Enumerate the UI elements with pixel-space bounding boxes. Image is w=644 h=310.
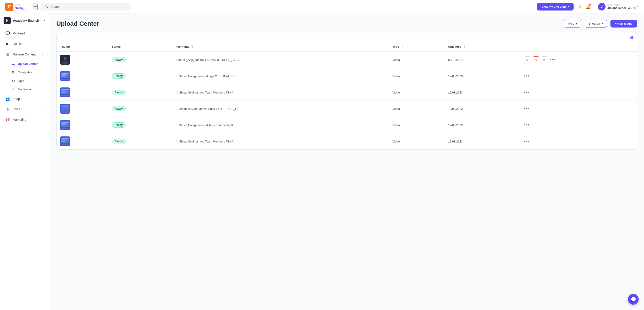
sidebar-item-tags[interactable]: 🏷 Tags — [2, 77, 47, 85]
cell-uploaded: 12/08/2023 — [444, 84, 520, 101]
cell-uploaded: 03/12/2024 — [444, 52, 520, 68]
table-row: Ready4. Global Settings and Team Members… — [56, 84, 636, 101]
svg-rect-39 — [62, 140, 66, 140]
cell-filename: 3. Set up Categories and Tags Community … — [172, 117, 389, 133]
col-header-uploaded: Uploaded ⋮ — [444, 42, 520, 52]
more-icon: ••• — [524, 139, 530, 144]
thumbnail — [60, 120, 70, 130]
sidebar-item-people[interactable]: 👥 People — [2, 94, 47, 104]
marketing-chevron-icon: › — [43, 118, 44, 121]
type-col-menu-icon[interactable]: ⋮ — [401, 45, 404, 48]
col-header-thumb: Thumb — [56, 42, 108, 52]
type-chevron-icon: ▾ — [576, 22, 577, 25]
cell-type: Video — [389, 101, 444, 117]
workspace-chevron-icon: ▾ — [44, 19, 46, 22]
workspace-name: Academy English — [13, 19, 42, 22]
more-options-button[interactable]: ••• — [524, 139, 530, 144]
table-row: Ready3. Set up Categories and tags OTT F… — [56, 68, 636, 84]
search-bar[interactable]: 🔍 — [41, 3, 130, 10]
svg-point-6 — [64, 57, 67, 60]
cell-actions: ••• — [520, 101, 636, 117]
new-media-button[interactable]: + New Media — [610, 20, 637, 28]
sidebar-item-label: My Feed — [12, 32, 24, 35]
more-icon: ••• — [524, 123, 530, 127]
copy-button[interactable]: ⧉ — [524, 56, 531, 63]
cell-uploaded: 12/08/2023 — [444, 133, 520, 150]
grid-view-button[interactable]: ⊞ — [630, 35, 633, 40]
cell-thumb — [56, 117, 108, 133]
more-options-button[interactable]: ••• — [524, 90, 530, 95]
cell-uploaded: 12/08/2023 — [444, 101, 520, 117]
sidebar-item-categories[interactable]: ⊞ Categories — [2, 68, 47, 76]
user-chevron-icon: ▾ — [637, 5, 639, 8]
svg-rect-21 — [61, 95, 69, 96]
cell-status: Ready — [108, 68, 172, 84]
svg-rect-28 — [61, 112, 69, 113]
show-all-filter-button[interactable]: Show all ▾ — [585, 20, 607, 28]
user-menu[interactable]: J Super Admin Juliana.super_WUHI ▾ — [598, 3, 639, 10]
user-role: Super Admin — [607, 4, 636, 6]
media-table: Thumb Status File Name ⋮ Type ⋮ — [56, 42, 636, 150]
more-options-button[interactable]: ••• — [524, 123, 530, 128]
sales-icon: $ — [5, 107, 10, 111]
more-options-button[interactable]: ••• — [550, 58, 555, 62]
people-icon: 👥 — [5, 96, 10, 101]
cell-filename: 3. Set up Categories and tags OTT FINAL_… — [172, 68, 389, 84]
sidebar-item-sales[interactable]: $ Sales › — [2, 104, 47, 114]
filename-col-menu-icon[interactable]: ⋮ — [191, 45, 194, 48]
more-icon: ••• — [550, 58, 555, 62]
status-badge: Ready — [112, 106, 126, 112]
sidebar-item-marketing[interactable]: 📢 Marketing › — [2, 115, 47, 124]
sidebar: H Academy English ▾ 💬 My Feed ▶ Go Live … — [0, 14, 49, 310]
cell-filename: 2. Tenant e Super admin video 1 OTT FINA… — [172, 101, 389, 117]
cell-type: Video — [389, 133, 444, 150]
delete-button[interactable]: 🗑 — [541, 56, 548, 63]
sidebar-item-label: Manage Content — [12, 52, 36, 56]
top-navigation: F FAN HERO ACADEMY ☰ 🔍 View My Live App … — [0, 0, 644, 14]
status-badge: Ready — [112, 57, 126, 62]
sidebar-item-label: Sales — [12, 107, 20, 111]
cell-filename: 4. Global Settings and Team Members TENA… — [172, 84, 389, 101]
svg-rect-13 — [62, 76, 65, 76]
sidebar-item-go-live[interactable]: ▶ Go Live › — [2, 39, 47, 48]
col-header-status: Status — [108, 42, 172, 52]
edit-button[interactable]: ✎ — [533, 56, 539, 63]
cell-filename: SnapTik_App_7344874004668288261-HD_171… — [172, 52, 389, 68]
notifications-button[interactable]: 🔔 — [586, 4, 590, 9]
support-icon: 💬 — [630, 296, 636, 302]
svg-point-7 — [62, 61, 68, 65]
cell-uploaded: 12/08/2023 — [444, 68, 520, 84]
more-icon: ••• — [524, 74, 530, 78]
edit-icon: ✎ — [535, 58, 537, 62]
cell-status: Ready — [108, 117, 172, 133]
thumbnail — [60, 55, 70, 65]
type-filter-button[interactable]: Type ▾ — [564, 20, 581, 28]
notification-dot — [589, 4, 591, 6]
search-icon: 🔍 — [44, 4, 49, 9]
col-header-type: Type ⋮ — [389, 42, 444, 52]
table-toolbar: ⊞ — [56, 33, 636, 42]
manage-content-chevron-icon: ∨ — [42, 53, 44, 56]
more-options-button[interactable]: ••• — [524, 74, 530, 78]
svg-rect-25 — [62, 107, 66, 107]
status-badge: Ready — [112, 122, 126, 128]
more-options-button[interactable]: ••• — [524, 106, 530, 111]
hamburger-menu[interactable]: ☰ — [33, 4, 38, 10]
cell-type: Video — [389, 68, 444, 84]
sidebar-item-upload-center[interactable]: ☁ Upload Center — [2, 60, 47, 68]
sidebar-item-manage-content[interactable]: ⊞ Manage Content ∨ — [2, 50, 47, 59]
my-feed-icon: 💬 — [5, 31, 10, 35]
svg-rect-20 — [62, 92, 65, 93]
search-input[interactable] — [50, 5, 128, 8]
svg-rect-33 — [62, 124, 67, 124]
support-fab[interactable]: 💬 — [628, 294, 639, 305]
svg-rect-27 — [62, 109, 65, 109]
sidebar-item-my-feed[interactable]: 💬 My Feed — [2, 28, 47, 38]
thumbnail — [60, 136, 70, 146]
workspace-selector[interactable]: H Academy English ▾ — [0, 14, 49, 28]
view-live-button[interactable]: View My Live App ↗ — [537, 3, 574, 10]
uploaded-col-menu-icon[interactable]: ⋮ — [463, 45, 466, 48]
sidebar-subitem-label: Upload Center — [18, 62, 38, 66]
magic-wand-button[interactable]: ✨ — [577, 4, 582, 9]
sidebar-item-moderation[interactable]: ⚡ Moderation — [2, 85, 47, 93]
